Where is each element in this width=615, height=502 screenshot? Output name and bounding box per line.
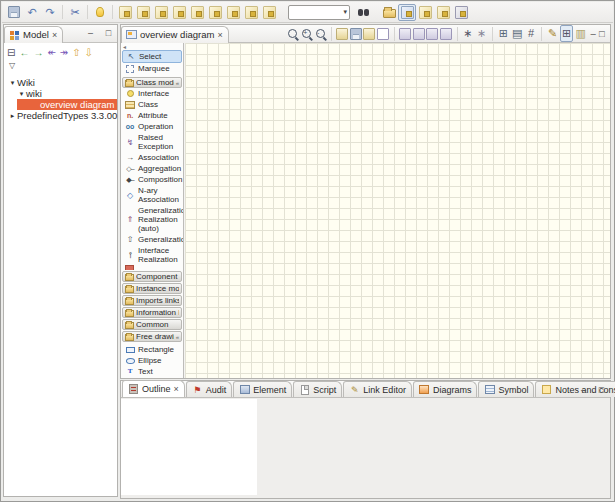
palette-tool-line[interactable]: → Line xyxy=(121,377,183,378)
palette-tool-interface-realization[interactable]: ⊸ Interface Realization xyxy=(121,245,183,265)
tree-row-wiki-project[interactable]: ▾ Wiki xyxy=(4,77,117,88)
palette-section-class-model[interactable]: Class model « xyxy=(122,77,182,88)
palette-section-free-drawing[interactable]: Free drawing « xyxy=(122,331,182,342)
palette-collapse-icon[interactable]: ◂ xyxy=(121,43,183,50)
hash-grid-icon[interactable]: # xyxy=(525,25,538,42)
palette-tool-marquee[interactable]: Marquee xyxy=(121,63,183,74)
tab-link-editor[interactable]: ✎ Link Editor xyxy=(343,381,412,397)
maximize-view-icon[interactable]: □ xyxy=(598,28,606,39)
palette-tool-select[interactable]: ↖ Select xyxy=(122,50,182,63)
tree-row-overview-diagram[interactable]: overview diagram xyxy=(17,99,117,110)
model-element-icon-1[interactable] xyxy=(116,4,134,21)
model-element-icon-4[interactable] xyxy=(170,4,188,21)
next-reference-icon[interactable]: ↠ xyxy=(60,48,68,58)
palette-section-imports-links[interactable]: Imports links xyxy=(122,295,182,306)
palette-tool-operation[interactable]: oo Operation xyxy=(121,121,183,132)
palette-tool-association[interactable]: → Association xyxy=(121,152,183,163)
palette-tool-ellipse[interactable]: Ellipse xyxy=(121,355,183,366)
paste-style-icon[interactable] xyxy=(398,25,411,42)
palette-tool-nary-association[interactable]: ◇ N-ary Association xyxy=(121,185,183,205)
mask-icon[interactable] xyxy=(426,25,439,42)
snap-grid-icon[interactable]: ⊞ xyxy=(560,25,573,42)
minimize-view-icon[interactable]: ‒ xyxy=(578,384,589,395)
clipped-palette-item[interactable] xyxy=(121,265,183,270)
page-icon[interactable] xyxy=(377,25,390,42)
tab-model[interactable]: Model × xyxy=(4,26,63,43)
tab-audit[interactable]: ⚑ Audit xyxy=(186,381,233,397)
previous-reference-icon[interactable]: ↞ xyxy=(47,48,55,58)
layout-icon[interactable] xyxy=(452,4,470,21)
save-icon[interactable] xyxy=(5,4,23,21)
cut-icon[interactable]: ✂ xyxy=(66,4,84,21)
palette-section-common[interactable]: Common xyxy=(122,319,182,330)
tab-element[interactable]: Element xyxy=(233,381,292,397)
search-combo-input[interactable] xyxy=(288,5,350,20)
redo-icon[interactable]: ↷ xyxy=(41,4,59,21)
close-icon[interactable]: × xyxy=(52,30,57,40)
forward-icon[interactable]: → xyxy=(33,48,43,58)
palette-tool-class[interactable]: Class xyxy=(121,99,183,110)
diagram-canvas[interactable] xyxy=(185,43,610,378)
expander-icon[interactable]: ▾ xyxy=(17,90,26,98)
lightbulb-icon[interactable] xyxy=(91,4,109,21)
folder-icon[interactable] xyxy=(380,4,398,21)
model-element-icon-3[interactable] xyxy=(152,4,170,21)
model-element-icon-6[interactable] xyxy=(206,4,224,21)
palette-tool-generalization-auto[interactable]: ⇑ Generalizatio... Realization (auto) xyxy=(121,205,183,234)
zoom-original-icon[interactable] xyxy=(286,25,299,42)
model-element-icon-5[interactable] xyxy=(188,4,206,21)
palette-tool-interface[interactable]: Interface xyxy=(121,88,183,99)
unmask-icon[interactable] xyxy=(440,25,453,42)
tab-script[interactable]: Script xyxy=(293,381,342,397)
close-icon[interactable]: × xyxy=(217,30,222,40)
tab-symbol[interactable]: Symbol xyxy=(478,381,534,397)
model-element-icon-2[interactable] xyxy=(134,4,152,21)
palette-tool-raised-exception[interactable]: ↯ Raised Exception xyxy=(121,132,183,152)
collapse-all-icon[interactable]: ⊟ xyxy=(7,48,15,58)
fit-width-icon[interactable]: ⊞ xyxy=(497,25,510,42)
filter-icon[interactable] xyxy=(434,4,452,21)
zoom-in-icon[interactable]: + xyxy=(300,25,313,42)
tree-row-wiki-package[interactable]: ▾ wiki xyxy=(4,88,117,99)
tree-row-predefined-types[interactable]: ▸ PredefinedTypes 3.3.00 xyxy=(4,110,117,121)
undo-icon[interactable]: ↶ xyxy=(23,4,41,21)
minimize-view-icon[interactable]: ‒ xyxy=(85,27,96,38)
move-up-icon[interactable]: ⇧ xyxy=(72,48,80,58)
link-with-editor-icon[interactable] xyxy=(398,4,416,21)
move-down-icon[interactable]: ⇩ xyxy=(85,48,93,58)
align-icon[interactable]: ∗ xyxy=(475,25,488,42)
layers-icon[interactable]: ▥ xyxy=(574,25,587,42)
expander-icon[interactable]: ▸ xyxy=(8,112,17,120)
outline-view-content[interactable] xyxy=(121,399,257,495)
auto-layout-icon[interactable]: ∗ xyxy=(461,25,474,42)
copy-style-icon[interactable] xyxy=(412,25,425,42)
expander-icon[interactable]: ▾ xyxy=(8,79,17,87)
tab-overview-diagram[interactable]: overview diagram × xyxy=(121,26,229,43)
zoom-out-icon[interactable]: - xyxy=(314,25,327,42)
minimize-view-icon[interactable]: ‒ xyxy=(589,28,597,39)
palette-section-component-model[interactable]: Component mo... xyxy=(122,271,182,282)
model-element-icon-8[interactable] xyxy=(242,4,260,21)
fit-height-icon[interactable]: ▤ xyxy=(511,25,524,42)
maximize-view-icon[interactable]: □ xyxy=(103,27,114,38)
palette-tool-composition[interactable]: ◆– Composition xyxy=(121,174,183,185)
pencil-icon[interactable]: ✎ xyxy=(546,25,559,42)
tab-outline[interactable]: Outline × xyxy=(122,380,185,397)
model-element-icon-7[interactable] xyxy=(224,4,242,21)
export-image-icon[interactable] xyxy=(335,25,348,42)
view-menu-icon[interactable]: ▽ xyxy=(9,61,15,70)
palette-tool-attribute[interactable]: n. Attribute xyxy=(121,110,183,121)
sort-icon[interactable] xyxy=(416,4,434,21)
palette-tool-generalization[interactable]: ⇧ Generalization xyxy=(121,234,183,245)
palette-section-information-flows[interactable]: Information Flo... xyxy=(122,307,182,318)
search-icon[interactable] xyxy=(354,4,372,21)
palette-tool-rectangle[interactable]: Rectangle xyxy=(121,344,183,355)
model-element-icon-9[interactable] xyxy=(260,4,278,21)
save-diagram-icon[interactable] xyxy=(349,25,362,42)
maximize-view-icon[interactable]: □ xyxy=(596,384,607,395)
tab-diagrams[interactable]: Diagrams xyxy=(413,381,478,397)
palette-section-instance-model[interactable]: Instance model xyxy=(122,283,182,294)
close-icon[interactable]: × xyxy=(174,384,179,394)
edit-icon[interactable] xyxy=(363,25,376,42)
palette-tool-aggregation[interactable]: ◇– Aggregation xyxy=(121,163,183,174)
